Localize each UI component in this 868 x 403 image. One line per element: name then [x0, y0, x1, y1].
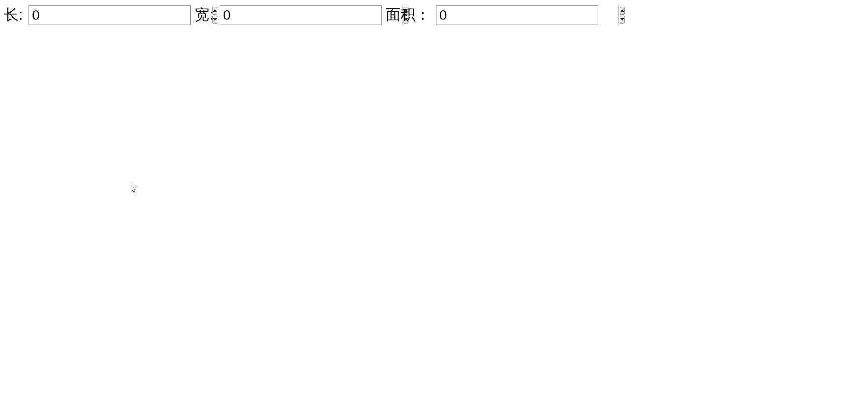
chevron-up-icon: [620, 9, 624, 12]
area-step-down-button[interactable]: [620, 16, 625, 24]
width-label: 宽:: [195, 5, 213, 25]
area-step-up-button[interactable]: [620, 7, 625, 15]
svg-marker-4: [620, 9, 624, 12]
width-input[interactable]: [220, 6, 402, 25]
area-spinbox[interactable]: [436, 5, 598, 25]
width-spinbox[interactable]: [220, 5, 382, 25]
length-spinbox[interactable]: [29, 5, 191, 25]
chevron-down-icon: [620, 18, 624, 21]
length-label: 长:: [4, 5, 23, 25]
area-label: 面积：: [386, 5, 430, 25]
length-input[interactable]: [29, 6, 211, 25]
svg-marker-5: [620, 18, 624, 21]
form-row: 长: 宽:: [0, 0, 868, 30]
area-spin-buttons: [618, 6, 626, 25]
cursor-icon: [131, 184, 138, 196]
svg-marker-6: [131, 184, 136, 193]
area-input[interactable]: [436, 6, 618, 25]
